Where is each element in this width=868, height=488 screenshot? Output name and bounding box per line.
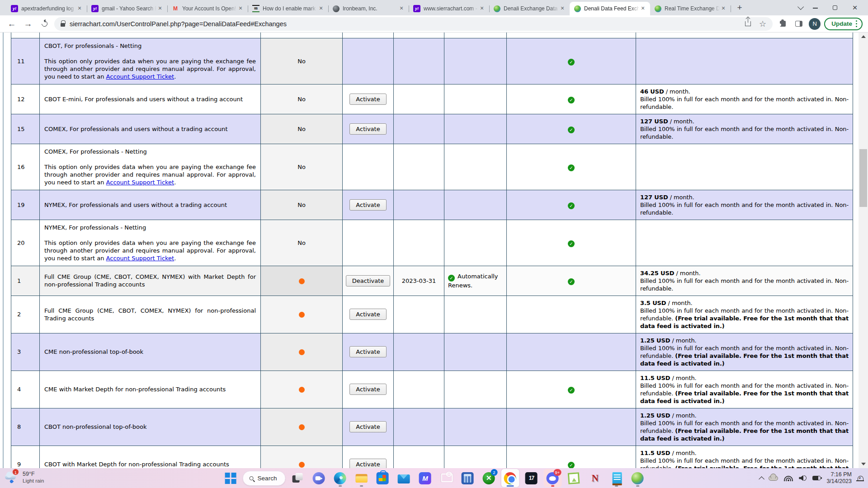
taskbar-app-microsoft-store[interactable] <box>373 469 392 487</box>
chrome-update-button[interactable]: Update <box>824 18 863 30</box>
minimize-button[interactable] <box>808 4 822 12</box>
running-indicator <box>615 485 618 487</box>
tray-chevron-up-icon[interactable] <box>759 476 765 482</box>
tab-search-chevron-icon[interactable] <box>797 4 804 10</box>
browser-tab[interactable]: y!gmail - Yahoo Search R× <box>87 2 167 15</box>
free-trial-text: (Free trial available. Free for the 1st … <box>640 390 849 404</box>
taskbar-app-tradingview[interactable] <box>522 469 540 487</box>
cell <box>261 33 343 38</box>
taskbar-app-file-explorer[interactable] <box>352 469 370 487</box>
browser-tab[interactable]: MYour Account Is Open!× <box>167 2 248 15</box>
price-amount: 127 USD <box>640 118 668 125</box>
price-amount: 11.5 USD <box>640 450 670 456</box>
browser-tab[interactable]: y!www.sierrachart.com -× <box>409 2 489 15</box>
deactivate-button[interactable]: Deactivate <box>346 275 391 286</box>
price-line: 1.25 USD / month. <box>640 337 849 344</box>
tab-close-icon[interactable]: × <box>398 5 405 12</box>
tab-close-icon[interactable]: × <box>76 5 83 12</box>
tab-close-icon[interactable]: × <box>639 5 646 12</box>
notification-bell-icon[interactable]: z <box>858 476 863 481</box>
tab-close-icon[interactable]: × <box>720 5 727 12</box>
tab-close-icon[interactable]: × <box>156 5 164 12</box>
start-button[interactable] <box>222 469 240 487</box>
forward-button[interactable]: → <box>22 18 34 30</box>
onedrive-icon[interactable] <box>769 476 778 481</box>
browser-tab[interactable]: y!apextraderfunding log× <box>6 2 87 15</box>
weather-rain-icon: 1 <box>5 470 19 484</box>
extensions-button[interactable] <box>776 18 789 30</box>
back-button[interactable]: ← <box>5 18 18 30</box>
scroll-up-arrow[interactable] <box>859 33 868 40</box>
account-support-ticket-link[interactable]: Account Support Ticket <box>106 179 175 186</box>
taskbar-app-ninjatrader[interactable] <box>586 469 604 487</box>
price-line: 11.5 USD / month. <box>640 374 849 382</box>
exchange-id-cell: 11 <box>11 38 40 84</box>
battery-icon[interactable] <box>812 476 821 480</box>
microsoft-store-icon <box>377 472 389 484</box>
taskbar-app-remote-desktop[interactable] <box>437 469 455 487</box>
taskbar-app-task-view[interactable] <box>288 469 307 487</box>
cutoff-row <box>11 33 853 38</box>
action-cell: Activate <box>343 190 394 220</box>
scroll-down-arrow[interactable] <box>859 460 868 468</box>
taskbar-app-discord[interactable]: 9+ <box>543 469 561 487</box>
check-icon: ✓ <box>568 164 575 171</box>
taskbar-app-xbox[interactable]: 2 <box>480 469 498 487</box>
activate-button[interactable]: Activate <box>349 421 386 432</box>
activate-button[interactable]: Activate <box>349 94 386 105</box>
action-cell: Activate <box>343 84 394 114</box>
status-cell: No <box>261 220 343 266</box>
taskbar-search[interactable]: Search <box>243 471 286 486</box>
page-scrollbar[interactable] <box>859 33 868 468</box>
share-icon[interactable] <box>745 21 751 26</box>
activate-button[interactable]: Activate <box>349 309 386 320</box>
active-status-dot-icon <box>299 424 305 430</box>
taskbar-app-mail[interactable] <box>395 469 413 487</box>
taskbar-app-microsoft-edge[interactable] <box>331 469 349 487</box>
scrollbar-thumb[interactable] <box>859 149 867 207</box>
exchange-description-cell: CME with Market Depth for non-profession… <box>40 371 261 408</box>
taskbar-app-screenshot-frame-app[interactable] <box>565 469 583 487</box>
action-cell: Activate <box>343 114 394 144</box>
browser-tab[interactable]: Ironbeam, Inc.× <box>328 2 409 15</box>
taskbar-app-calculator[interactable] <box>458 469 476 487</box>
close-window-button[interactable]: × <box>848 5 862 10</box>
taskbar-app-sierra-chart-globe[interactable] <box>628 469 646 487</box>
exchange-description-cell: CBOT E-mini, For professionals and users… <box>40 84 261 114</box>
yahoo-favicon-icon: y! <box>413 5 420 12</box>
browser-tab[interactable]: Real Time Exchange D× <box>650 2 731 15</box>
browser-tab[interactable]: Denali Data Feed Exch× <box>570 2 650 15</box>
price-line: 127 USD / month. <box>640 117 849 125</box>
weather-widget[interactable]: 1 59°F Light rain <box>5 470 44 484</box>
new-tab-button[interactable]: + <box>733 2 746 14</box>
account-support-ticket-link[interactable]: Account Support Ticket <box>106 73 175 80</box>
exchanges-table: 11CBOT, For professionals - NettingThis … <box>11 33 853 483</box>
activate-button[interactable]: Activate <box>349 123 386 135</box>
tab-close-icon[interactable]: × <box>559 5 566 12</box>
depth-indicator-cell <box>507 333 636 371</box>
taskbar-app-teams-chat[interactable] <box>310 469 328 487</box>
side-panel-button[interactable] <box>793 18 805 30</box>
activate-button[interactable]: Activate <box>349 346 386 357</box>
activate-button[interactable]: Activate <box>349 199 386 211</box>
volume-icon[interactable] <box>799 475 807 481</box>
bookmark-star-icon[interactable]: ☆ <box>759 20 766 28</box>
maximize-button[interactable] <box>828 4 842 12</box>
tab-close-icon[interactable]: × <box>317 5 325 12</box>
tab-close-icon[interactable]: × <box>237 5 244 12</box>
profile-avatar[interactable]: N <box>809 18 821 30</box>
wifi-icon[interactable] <box>784 475 793 481</box>
activate-button[interactable]: Activate <box>349 384 386 395</box>
taskbar-app-notepad[interactable] <box>607 469 625 487</box>
account-support-ticket-link[interactable]: Account Support Ticket <box>106 255 175 262</box>
reload-icon <box>40 19 48 28</box>
taskbar-app-google-chrome[interactable] <box>501 469 519 487</box>
tab-close-icon[interactable]: × <box>478 5 486 12</box>
taskbar-app-m-trading-app[interactable] <box>416 469 434 487</box>
reload-button[interactable] <box>38 18 51 30</box>
browser-tab[interactable]: Denali Exchange Data× <box>489 2 570 15</box>
clock[interactable]: 7:16 PM 3/14/2023 <box>826 471 852 485</box>
address-bar[interactable]: sierrachart.com/UserControlPanel.php?pag… <box>54 17 773 31</box>
browser-tab[interactable]: IBHow do I enable mark× <box>248 2 328 15</box>
auto-renew-cell <box>444 38 507 84</box>
